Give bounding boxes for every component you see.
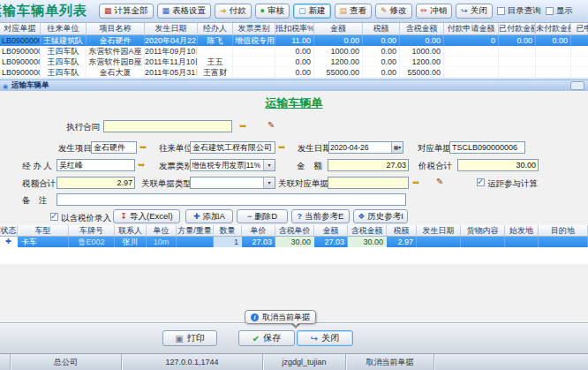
catalog-query-checkbox[interactable]: 目录查询	[497, 5, 541, 17]
detail-cell: 30.00	[275, 237, 314, 247]
toolbar-button[interactable]: ✎ 修改	[375, 4, 412, 19]
import-excel-button[interactable]: ↧ 导入(Excel)	[113, 209, 180, 223]
column-header[interactable]: 税额	[363, 23, 400, 35]
column-header[interactable]: 付款申请金额	[444, 23, 499, 35]
detail-column-header[interactable]: 单价	[242, 225, 275, 237]
minus-icon: −	[247, 212, 252, 221]
column-header[interactable]: 发票类别	[233, 23, 275, 35]
current-ref-label: 当前参考E	[305, 211, 343, 223]
column-header[interactable]: 抵扣税率%	[275, 23, 314, 35]
detail-column-header[interactable]: 税额	[387, 225, 417, 237]
toolbar-button-icon: ➔	[220, 7, 227, 15]
contract-input[interactable]	[103, 120, 232, 132]
toolbar-button[interactable]: ▦ 计算全部	[99, 4, 154, 19]
lookup-arrow-icon[interactable]: ➥	[138, 159, 145, 170]
save-button[interactable]: ✔ 保存	[238, 330, 295, 346]
table-cell: 0.00	[400, 35, 444, 46]
column-header[interactable]: 项目名称	[87, 23, 145, 35]
detail-column-header[interactable]: 状态	[0, 225, 18, 237]
toolbar-button[interactable]: ➔ 付款	[215, 4, 252, 19]
calendar-icon[interactable]: ▦▾	[391, 142, 403, 153]
detail-column-header[interactable]: 单位	[147, 225, 177, 237]
toolbar-button[interactable]: ▢ 新建	[293, 4, 331, 19]
table-cell: 55000.00	[314, 67, 363, 78]
detail-column-header[interactable]: 始发地	[505, 225, 539, 237]
add-row-button[interactable]: ✚ 添加A	[185, 209, 233, 223]
edit-pen-icon[interactable]: ✎	[268, 119, 275, 131]
date-input[interactable]: 2020-04-26 ▦▾	[328, 141, 403, 154]
column-header[interactable]: 已付款金额	[499, 23, 536, 35]
invoice-type-combo[interactable]: 增值税专用发票|11% ▾	[190, 159, 275, 171]
lookup-arrow-icon[interactable]: ➥	[412, 177, 419, 188]
docno-input[interactable]: TSCLB090000006	[449, 141, 525, 154]
toolbar-button[interactable]: ↪ 关闭	[456, 4, 493, 19]
table-cell: 东营软件园B座	[87, 57, 145, 67]
history-ref-button[interactable]: ❖ 历史参考I	[353, 209, 408, 223]
detail-column-header[interactable]: 含税金额	[348, 225, 387, 237]
counterparty-input[interactable]: 金石建筑工程有限公司	[190, 141, 275, 154]
detail-column-header[interactable]: 发生日期	[417, 225, 461, 237]
printer-icon: ▣	[175, 334, 183, 344]
detail-column-header[interactable]: 含税单价	[275, 225, 314, 237]
total-with-tax-input[interactable]: 30.00	[457, 159, 539, 171]
close-button[interactable]: ↪ 关闭	[297, 330, 353, 346]
section-bar-tab[interactable]	[570, 81, 584, 90]
column-header[interactable]: 含税金额	[400, 23, 444, 35]
print-button[interactable]: ▣ 打印	[162, 330, 217, 346]
agent-input[interactable]: 吴红峰	[57, 159, 135, 171]
column-header[interactable]: 对应单据	[0, 23, 41, 35]
lookup-arrow-icon[interactable]: ➥	[278, 141, 285, 153]
tax-total-input[interactable]: 2.97	[57, 177, 135, 189]
current-ref-button[interactable]: ? 当前参考E	[291, 209, 350, 223]
chevron-down-icon[interactable]: ▾	[263, 177, 275, 188]
toolbar-button[interactable]: ▤ 查看	[335, 4, 373, 19]
delete-row-button[interactable]: − 删除D	[237, 209, 288, 223]
toolbar-button[interactable]: ▦ 表格设置	[157, 4, 212, 19]
detail-column-header[interactable]: 目的地	[539, 225, 588, 237]
table-cell: 0	[444, 35, 499, 46]
toolbar-button-label: 计算全部	[115, 5, 148, 17]
column-header[interactable]: 往来单位	[41, 23, 87, 35]
related-doc-type-combo[interactable]: ▾	[190, 177, 275, 189]
detail-column-header[interactable]: 方量/重量	[177, 225, 214, 237]
column-header[interactable]: 发生日期	[145, 23, 198, 35]
detail-column-header[interactable]: 货物内容	[461, 225, 505, 237]
column-header[interactable]: 经办人	[198, 23, 233, 35]
status-bar: 总公司 127.0.0.1,1744 jzgdgl_tujian 取消当前单据	[0, 353, 588, 370]
display-label: 显示	[556, 5, 573, 17]
remark-input[interactable]	[57, 193, 406, 206]
table-row[interactable]: LB090000004 王猛建筑队 金石硬件 2020年04月22日 陈飞 增值…	[0, 35, 588, 46]
detail-cell: 2.97	[387, 237, 417, 247]
detail-row[interactable]: ✚ 卡车 鲁E002 张川 10m 1 27.03 30.00 27.03 30…	[0, 237, 588, 247]
amount-input[interactable]: 27.03	[328, 159, 409, 171]
toolbar-button[interactable]: ✏ 冲销	[416, 4, 453, 19]
lookup-arrow-icon[interactable]: ➥	[139, 141, 147, 153]
column-header[interactable]: 已申	[571, 23, 588, 35]
related-doc-input[interactable]	[328, 177, 409, 189]
detail-cell	[505, 237, 539, 247]
lookup-arrow-icon[interactable]: ➥	[239, 120, 246, 132]
table-row[interactable]: LB090000002 王四车队 东营软件园A座 2011年09月10日 0.0…	[0, 46, 588, 57]
toolbar-button[interactable]: ● 审核	[255, 4, 290, 19]
chevron-down-icon[interactable]: ▾	[263, 160, 275, 170]
detail-column-header[interactable]: 联系人	[115, 225, 147, 237]
project-input[interactable]: 金石硬件	[91, 141, 137, 154]
column-header[interactable]: 未付款金额	[536, 23, 571, 35]
column-header[interactable]: 金额	[314, 23, 363, 35]
section-bar[interactable]: ◉ 运输车辆单	[0, 79, 588, 91]
table-cell: 东营软件园A座	[87, 46, 145, 57]
edit-pen-icon[interactable]: ✎	[436, 176, 443, 187]
info-icon: i	[251, 313, 259, 321]
tax-entry-checkbox[interactable]	[50, 213, 58, 221]
detail-column-header[interactable]: 数量	[214, 225, 242, 237]
detail-column-header[interactable]: 车型	[18, 225, 69, 237]
checkbox-icon	[497, 7, 505, 15]
display-checkbox[interactable]: 显示	[546, 5, 573, 17]
detail-column-header[interactable]: 金额	[314, 225, 348, 237]
detail-column-header[interactable]: 车牌号	[69, 225, 115, 237]
toolbar-button-icon: ●	[260, 7, 265, 15]
orders-table: 对应单据 往来单位 项目名称 发生日期 经办人 发票类别 抵扣税率% 金额 税额…	[0, 23, 588, 78]
table-row[interactable]: LB090000001 王四车队 金石大厦 2011年05月31日 王富财 0.…	[0, 67, 588, 78]
freight-calc-checkbox[interactable]	[477, 178, 485, 186]
table-row[interactable]: LB090000003 王四车队 东营软件园B座 2011年11月10日 王五 …	[0, 57, 588, 67]
